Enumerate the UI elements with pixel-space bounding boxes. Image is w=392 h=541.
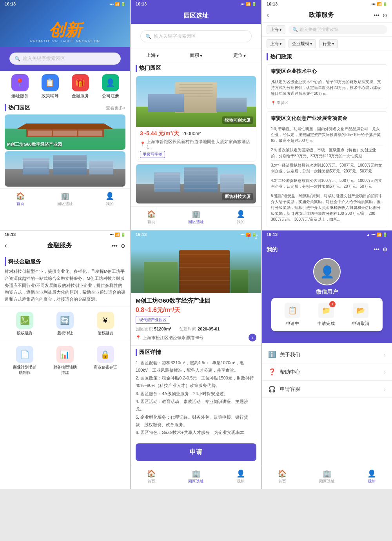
policy-header: ‹ 政策服务 ••• ⊙	[262, 8, 392, 23]
policy-item-1: 1.对带动性、功能性明显，国内外知名文创产品品牌公司、龙头企业，经认定，按照固定…	[271, 124, 383, 145]
menu-help[interactable]: ❓ 帮助中心 ›	[262, 363, 392, 381]
nav-profile-label-5: 我的	[237, 479, 245, 484]
nav-profile[interactable]: 👤 我的	[105, 192, 114, 207]
park-card-label-1: M创工坊G60数字经济产业园	[7, 142, 62, 147]
service-equity-transfer[interactable]: 🔄 股权转让	[56, 312, 74, 336]
filter-area[interactable]: 面积 ▾	[174, 49, 218, 62]
home-search-bar[interactable]: 🔍 输入关键字搜索园区	[9, 53, 121, 65]
service-debt-finance[interactable]: ¥ 债权融资	[97, 312, 114, 336]
hot-policy-title: 热门政策	[267, 53, 292, 60]
my-location-icon: ⊙	[383, 246, 387, 253]
filter-location[interactable]: 定位 ▾	[218, 49, 261, 62]
finance-model-icon: 📊	[56, 346, 74, 363]
park-card-2[interactable]	[5, 151, 125, 187]
home-nav-label: 首页	[16, 201, 24, 207]
policy-card-1[interactable]: 奉贤区企业技术中心 凡认定为区级企业技术中心的，给予40万元的财政贴扶支持。支持…	[267, 64, 387, 109]
feature-finance[interactable]: 🎁 金融服务	[72, 74, 89, 99]
map-button[interactable]: i	[249, 334, 256, 341]
nav-home-6[interactable]: 🏠 首页	[278, 469, 287, 484]
detail-item-3: 3. 园区服务：4A级物业服务，24小时保安巡逻。	[136, 390, 256, 398]
filter-row: 上海 ▾ 面积 ▾ 定位 ▾	[131, 49, 261, 62]
screen-policy: 16:13 ••• 📶 🔋 ‹ 政策服务 ••• ⊙ 上海 ▾ 🔍	[262, 0, 392, 230]
nav-park-5[interactable]: 🏢 园区选址	[188, 469, 204, 484]
filter-area-label: 面积	[190, 52, 199, 59]
feature-company-reg[interactable]: 👤 公司注册	[102, 74, 119, 99]
district-tag2[interactable]: 上海 ▾	[267, 39, 285, 48]
park-card-1[interactable]: M创工坊G60数字经济产业园	[5, 114, 125, 150]
park-search-bar[interactable]: 🔍 输入关键字搜索园区	[140, 30, 252, 42]
user-avatar: 👤	[313, 258, 341, 285]
status-bar-park: 16:13 ••• 📶 🔋	[131, 0, 261, 8]
nav-home[interactable]: 🏠 首页	[16, 192, 25, 207]
park-info-1: 3~5.44 元/m²/天 26000m² 📍 上海市普陀区长风新村街道绿地同创…	[136, 127, 256, 161]
park-detail-address: 📍 上海市松江区泗泾镇永源路98号 i	[136, 334, 256, 341]
feature-policy[interactable]: 📋 政策辅导	[42, 74, 59, 99]
park-search-icon: 🔍	[145, 34, 151, 39]
hero-subtitle: PROMOTE VALUABLE INNOVATION	[0, 39, 130, 43]
finance-location-icon: ⊙	[121, 243, 125, 249]
apply-button[interactable]: 申请	[136, 443, 256, 461]
filter-city-arrow: ▾	[156, 53, 159, 58]
nav-park-6[interactable]: 🏢 园区选址	[319, 469, 335, 484]
nav-home-2[interactable]: 🏠 首页	[147, 210, 156, 225]
park-list-img-2: 原筑科技大厦	[136, 164, 256, 203]
menu-about[interactable]: ℹ️ 关于我们 ›	[262, 346, 392, 363]
nav-profile-5[interactable]: 👤 我的	[236, 469, 245, 484]
nav-home-5[interactable]: 🏠 首页	[147, 469, 156, 484]
service-trade-secret[interactable]: 🔒 商业秘密存证	[94, 346, 117, 376]
status-applying[interactable]: 📋 申请中	[285, 303, 300, 327]
address-pin-icon: 📍	[136, 335, 141, 340]
company-reg-label: 公司注册	[102, 93, 119, 99]
more-dots-icon[interactable]: •••	[374, 12, 379, 18]
nav-profile-6[interactable]: 👤 我的	[367, 469, 376, 484]
status-completed[interactable]: 📁 1 申请完成	[318, 303, 335, 327]
hero-banner: 16:13 ▪▪▪ 📶 🔋 创新 PROMOTE VALUABLE INNOVA…	[0, 0, 130, 47]
park-list-card-1[interactable]: 绿地同创大厦 3~5.44 元/m²/天 26000m² 📍 上海市普陀区长风新…	[136, 76, 256, 162]
equity-transfer-label: 股权转让	[57, 330, 73, 336]
my-dots-icon[interactable]: •••	[374, 246, 379, 253]
detail-item-6: 6. 园区特色：SaaS技术+共享人才服务，为企业实现率本	[136, 429, 256, 436]
more-button[interactable]: 查看更多>	[106, 105, 125, 111]
my-profile-section: 我的 ••• ⊙ 👤 微信用户	[262, 238, 392, 302]
finance-intro-text: 针对科技创新型企业，提供专业化、多样化，且发挥M创工坊平台资源优越性的一站式综合…	[5, 268, 125, 303]
service-equity-invest[interactable]: 💹 股权融资	[16, 312, 33, 336]
finance-intro-title: 科技金融服务	[5, 257, 125, 266]
service-finance-model[interactable]: 📊 财务模型辅助搭建	[53, 346, 77, 376]
nav-profile-2[interactable]: 👤 我的	[236, 210, 245, 225]
policy-content-1: 凡认定为区级企业技术中心的，给予40万元的财政贴扶支持。支持方式为分批拨付，认定…	[271, 77, 383, 98]
menu-support[interactable]: 🎧 申请客服 ›	[262, 381, 392, 398]
park-nav-label: 园区选址	[57, 201, 73, 207]
bottom-nav-park: 🏠 首页 🏢 园区选址 👤 我的	[131, 206, 261, 229]
district-tag[interactable]: 上海 ▾	[267, 25, 285, 34]
feature-site-selection[interactable]: 📍 选址服务	[11, 74, 29, 99]
about-arrow-icon: ›	[384, 352, 386, 358]
nav-park[interactable]: 🏢 园区选址	[57, 192, 73, 207]
industry-filter[interactable]: 行业 ▾	[319, 39, 338, 48]
park-selection-title: 园区选址	[183, 12, 209, 19]
site-selection-label: 选址服务	[11, 93, 29, 99]
filter-city[interactable]: 上海 ▾	[131, 49, 174, 62]
nav-park-2[interactable]: 🏢 园区选址	[188, 210, 204, 225]
profile-nav-icon: 👤	[105, 192, 114, 200]
filter-location-arrow: ▾	[243, 53, 246, 58]
policy-card-2[interactable]: 奉贤区文化创意产业发展专项资金 1.对带动性、功能性明显，国内外知名文创产品品牌…	[267, 111, 387, 227]
detail-bld-1	[144, 262, 178, 293]
area-val: 51200m²	[154, 327, 171, 331]
hot-policy-header: 热门政策	[262, 51, 392, 62]
park-list-card-2[interactable]: 原筑科技大厦	[136, 164, 256, 204]
completed-icon: 📁 1	[318, 303, 334, 318]
policy-search-row: 上海 ▾ 🔍 输入关键字搜索政策	[262, 23, 392, 37]
nav-home-label-2: 首页	[147, 219, 155, 225]
finance-icon: 🎁	[72, 74, 89, 91]
share-detail-icon[interactable]: ⤴	[255, 234, 258, 240]
policy-search-placeholder: 输入关键字搜索政策	[299, 27, 338, 33]
status-cancelled[interactable]: 📂 申请取消	[352, 303, 369, 327]
finance-dots-icon[interactable]: •••	[112, 243, 118, 249]
service-biz-plan[interactable]: 📄 商业计划书辅助制作	[13, 346, 36, 376]
park-img-label-2: 原筑科技大厦	[222, 193, 253, 200]
about-label: 关于我们	[280, 351, 380, 358]
company-size-filter[interactable]: 企业规模 ▾	[289, 39, 316, 48]
park-detail-tag: 现代型产业园区	[136, 316, 170, 324]
company-size-label: 企业规模	[292, 41, 309, 47]
policy-search-bar[interactable]: 🔍 输入关键字搜索政策	[289, 25, 387, 34]
